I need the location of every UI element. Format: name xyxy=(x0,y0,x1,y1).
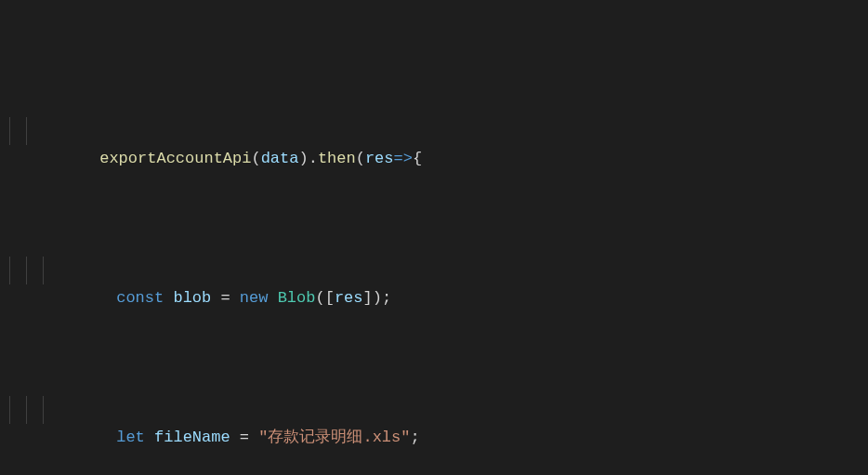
token-var: data xyxy=(261,150,299,167)
token-var: res xyxy=(335,289,363,307)
token-string: "存款记录明细.xls" xyxy=(258,429,410,446)
token-function: exportAccountApi xyxy=(99,150,251,167)
token-keyword: new xyxy=(240,289,269,307)
token-class: Blob xyxy=(278,289,316,307)
token-keyword: let xyxy=(116,429,145,446)
code-line[interactable]: let fileName = "存款记录明细.xls"; xyxy=(0,396,868,424)
token-var: fileName xyxy=(154,429,230,446)
code-line[interactable]: const blob = new Blob([res]); xyxy=(0,257,868,284)
code-line[interactable]: exportAccountApi(data).then(res=>{ xyxy=(0,117,868,145)
token-keyword: const xyxy=(116,289,164,307)
token-function: then xyxy=(318,150,356,167)
token-var: blob xyxy=(173,289,211,307)
code-editor[interactable]: exportAccountApi(data).then(res=>{ const… xyxy=(0,0,868,475)
token-var: res xyxy=(365,150,394,167)
